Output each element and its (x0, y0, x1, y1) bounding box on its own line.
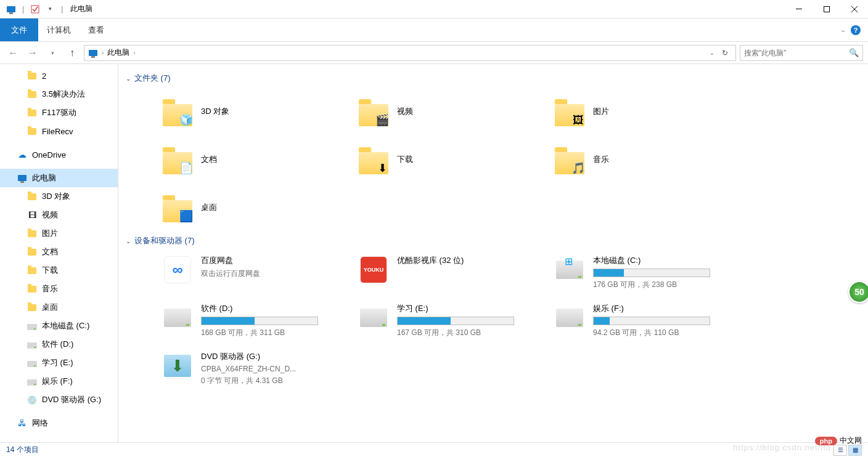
disk-icon (27, 358, 37, 368)
drive-stats: 168 GB 可用，共 311 GB (201, 328, 354, 338)
drive-item[interactable]: ⊞本地磁盘 (C:)176 GB 可用，共 238 GB (552, 250, 748, 298)
sidebar-item-desktop[interactable]: 桌面 (0, 298, 118, 317)
nav-up-button[interactable]: ↑ (64, 45, 80, 61)
breadcrumb-bar[interactable]: › 此电脑 › ⌄ ↻ (84, 45, 736, 61)
qat-properties-icon[interactable] (29, 3, 41, 15)
folder-label: 文档 (201, 154, 217, 165)
view-details-button[interactable]: ☰ (833, 445, 847, 456)
disk-drive-icon: ⊞ (556, 261, 583, 279)
view-tiles-button[interactable]: ▦ (848, 445, 862, 456)
ribbon-tab-view[interactable]: 查看 (80, 18, 113, 41)
navigation-sidebar[interactable]: 2 3.5解决办法 F117驱动 FileRecv ☁OneDrive 此电脑 … (0, 64, 118, 442)
sidebar-item-folder[interactable]: 3.5解决办法 (0, 85, 118, 103)
sidebar-item-3d[interactable]: 3D 对象 (0, 187, 118, 206)
section-header-folders[interactable]: ⌄ 文件夹 (7) (123, 69, 868, 87)
sidebar-label: FileRecv (42, 127, 73, 136)
drive-name: 优酷影视库 (32 位) (397, 255, 550, 266)
folder-label: 音乐 (593, 154, 609, 165)
folder-item[interactable]: 📄 文档 (160, 135, 356, 184)
sidebar-label: 学习 (E:) (42, 357, 73, 368)
sidebar-item-network[interactable]: 🖧网络 (0, 414, 118, 432)
sidebar-item-disk-d[interactable]: 软件 (D:) (0, 335, 118, 354)
php-logo: php (815, 437, 837, 445)
sidebar-item-disk-c[interactable]: 本地磁盘 (C:) (0, 317, 118, 335)
nav-back-button[interactable]: ← (5, 45, 21, 61)
sidebar-label: 娱乐 (F:) (42, 376, 73, 387)
drive-item[interactable]: 学习 (E:)167 GB 可用，共 310 GB (356, 298, 552, 346)
content-pane[interactable]: ⌄ 文件夹 (7) 🧊 3D 对象 🎬 视频 🖼 图片 📄 文档 ⬇ 下载 🎵 … (118, 64, 868, 442)
close-button[interactable] (840, 0, 868, 18)
folder-item[interactable]: 🧊 3D 对象 (160, 87, 356, 135)
folder-item[interactable]: 🖼 图片 (552, 87, 748, 135)
sidebar-item-disk-f[interactable]: 娱乐 (F:) (0, 372, 118, 390)
disk-drive-icon (556, 309, 583, 327)
chevron-down-icon[interactable]: ⌄ (126, 75, 131, 82)
search-box[interactable]: 🔍 (740, 45, 863, 61)
svg-rect-2 (824, 6, 829, 12)
folder-item[interactable]: ⬇ 下载 (356, 135, 552, 184)
sidebar-label: 下载 (42, 265, 58, 276)
sidebar-item-documents[interactable]: 文档 (0, 243, 118, 261)
sidebar-label: F117驱动 (42, 107, 76, 118)
nav-forward-button[interactable]: → (25, 45, 41, 61)
folder-item[interactable]: 🟦 桌面 (160, 184, 356, 232)
ribbon-tab-computer[interactable]: 计算机 (38, 18, 80, 41)
drive-item[interactable]: YOUKU优酷影视库 (32 位) (356, 250, 552, 298)
maximize-button[interactable] (813, 0, 840, 18)
disk-drive-icon (164, 309, 191, 327)
sidebar-item-onedrive[interactable]: ☁OneDrive (0, 145, 118, 164)
sidebar-item-videos[interactable]: 🎞视频 (0, 206, 118, 224)
nav-recent-dropdown[interactable]: ▾ (44, 45, 60, 61)
drive-stats: 167 GB 可用，共 310 GB (397, 328, 550, 338)
drive-usage-bar (201, 317, 318, 325)
qat-dropdown-icon[interactable]: ▼ (44, 3, 56, 15)
sidebar-item-dvd[interactable]: 💿DVD 驱动器 (G:) (0, 390, 118, 409)
sidebar-item-disk-e[interactable]: 学习 (E:) (0, 354, 118, 372)
folder-icon: 🧊 (163, 97, 192, 126)
section-header-drives[interactable]: ⌄ 设备和驱动器 (7) (123, 232, 868, 250)
drive-item[interactable]: ⬇DVD 驱动器 (G:)CPBA_X64FRE_ZH-CN_D...0 字节 … (160, 346, 356, 394)
drive-name: DVD 驱动器 (G:) (201, 351, 354, 362)
drive-item[interactable]: 娱乐 (F:)94.2 GB 可用，共 110 GB (552, 298, 748, 346)
drive-name: 本地磁盘 (C:) (593, 255, 746, 266)
sidebar-item-folder[interactable]: F117驱动 (0, 103, 118, 122)
breadcrumb-pc-icon (88, 48, 98, 58)
sidebar-item-folder[interactable]: FileRecv (0, 122, 118, 140)
drive-sub: 双击运行百度网盘 (201, 269, 354, 279)
folder-item[interactable]: 🎵 音乐 (552, 135, 748, 184)
refresh-button[interactable]: ↻ (718, 49, 732, 57)
disk-icon (27, 376, 37, 386)
sidebar-item-downloads[interactable]: 下载 (0, 261, 118, 280)
app-icon: YOUKU (360, 256, 387, 283)
folder-icon: 🖼 (555, 97, 584, 126)
ribbon-tab-file[interactable]: 文件 (0, 18, 38, 41)
search-icon[interactable]: 🔍 (849, 48, 859, 57)
search-input[interactable] (744, 49, 849, 57)
sidebar-item-pictures[interactable]: 图片 (0, 224, 118, 243)
drive-name: 学习 (E:) (397, 303, 550, 314)
folder-label: 3D 对象 (201, 106, 229, 117)
minimize-button[interactable] (785, 0, 813, 18)
folder-item[interactable]: 🎬 视频 (356, 87, 552, 135)
sidebar-label: 网络 (32, 418, 48, 429)
sidebar-item-this-pc[interactable]: 此电脑 (0, 169, 118, 187)
sidebar-label: 图片 (42, 228, 58, 239)
svg-rect-0 (31, 6, 39, 13)
sidebar-item-folder[interactable]: 2 (0, 67, 118, 85)
dvd-icon: 💿 (27, 395, 37, 405)
sidebar-label: 桌面 (42, 302, 58, 313)
sidebar-item-music[interactable]: 音乐 (0, 280, 118, 298)
floating-badge[interactable]: 50 (848, 281, 868, 303)
address-dropdown-icon[interactable]: ⌄ (710, 50, 714, 56)
cloud-icon: ☁ (17, 150, 27, 160)
drive-stats: 94.2 GB 可用，共 110 GB (593, 328, 746, 338)
breadcrumb-item[interactable]: 此电脑 (107, 47, 129, 58)
status-item-count: 14 个项目 (6, 445, 39, 455)
drive-item[interactable]: ∞百度网盘双击运行百度网盘 (160, 250, 356, 298)
help-icon[interactable]: ? (851, 25, 861, 35)
chevron-down-icon[interactable]: ⌄ (126, 238, 131, 245)
folder-label: 图片 (593, 106, 609, 117)
svg-rect-1 (796, 9, 802, 9)
drive-item[interactable]: 软件 (D:)168 GB 可用，共 311 GB (160, 298, 356, 346)
ribbon-expand-icon[interactable]: ⌄ (840, 26, 846, 34)
